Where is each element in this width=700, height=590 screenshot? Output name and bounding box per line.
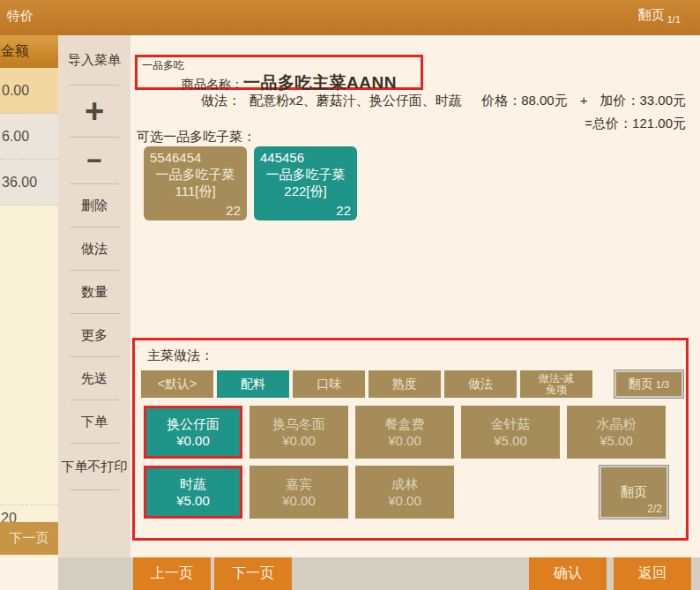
sub-dish-code: 5546454 bbox=[144, 146, 247, 165]
addon-price: 加价：33.00元 bbox=[599, 93, 686, 109]
plus-sign: + bbox=[580, 93, 588, 109]
sidebar-item-quantity[interactable]: 数量 bbox=[58, 271, 130, 313]
page-indicator: 2/2 bbox=[647, 503, 662, 515]
option-vegetables-selected[interactable]: 时蔬¥5.00 bbox=[144, 466, 242, 519]
option-crystal-noodle[interactable]: 水晶粉¥5.00 bbox=[567, 406, 666, 459]
amount-column-header: 金额 bbox=[0, 35, 58, 68]
option-noodle-swap-selected[interactable]: 换公仔面¥0.00 bbox=[144, 406, 242, 459]
page-indicator: 1/3 bbox=[656, 379, 669, 390]
method-label: 做法： bbox=[201, 93, 241, 108]
page-flip-label: 翻页 bbox=[629, 377, 653, 392]
confirm-button[interactable]: 确认 bbox=[529, 557, 607, 590]
sub-dish-name: 一品多吃子菜 bbox=[144, 167, 247, 182]
sidebar-item-import-menu[interactable]: 导入菜单 bbox=[58, 35, 130, 85]
top-bar: 特价 翻页1/1 bbox=[0, 0, 700, 35]
amount-column: 金额 0.00 6.00 36.00 20 .20 bbox=[0, 35, 58, 557]
plus-icon[interactable]: + bbox=[58, 86, 130, 137]
product-name-label: 商品名称： bbox=[182, 77, 243, 93]
sidebar-item-order-no-print[interactable]: 下单不打印 bbox=[58, 444, 130, 489]
amount-column-filler: 20 .20 bbox=[0, 205, 58, 557]
amount-next-page-button[interactable]: 下一页 bbox=[0, 522, 58, 555]
bottom-bar: 上一页 下一页 确认 返回 bbox=[58, 557, 700, 590]
sub-dish-section-label: 可选一品多吃子菜： bbox=[137, 129, 256, 146]
sub-dish-count-badge: 22 bbox=[226, 203, 241, 218]
method-panel-label: 主菜做法： bbox=[147, 347, 213, 364]
method-value: 配意粉x2、蘑菇汁、换公仔面、时蔬 bbox=[249, 93, 462, 108]
action-sidebar: 导入菜单 + − 删除 做法 数量 更多 先送 下单 下单不打印 bbox=[58, 35, 130, 557]
tab-doneness[interactable]: 熟度 bbox=[369, 370, 441, 398]
sidebar-item-more[interactable]: 更多 bbox=[58, 314, 130, 356]
next-page-button[interactable]: 下一页 bbox=[214, 557, 292, 590]
product-name-line: 商品名称： 一品多吃主菜AANN bbox=[182, 71, 421, 94]
pos-screen: 特价 翻页1/1 金额 0.00 6.00 36.00 20 .20 下一页 导… bbox=[0, 0, 700, 590]
sidebar-divider bbox=[70, 489, 119, 490]
order-row-selected[interactable]: 0.00 bbox=[0, 68, 58, 114]
prev-page-button[interactable]: 上一页 bbox=[133, 557, 211, 590]
sub-dish-name: 一品多吃子菜 bbox=[254, 167, 357, 182]
option-box-fee[interactable]: 餐盒费¥0.00 bbox=[355, 406, 454, 459]
base-price: 价格：88.00元 bbox=[481, 93, 568, 109]
sub-dish-card[interactable]: 5546454 一品多吃子菜 111[份] 22 bbox=[144, 146, 247, 220]
amount-value: 6.00 bbox=[2, 129, 29, 145]
product-info-box: 一品多吃 商品名称： 一品多吃主菜AANN bbox=[135, 55, 423, 90]
method-panel: 主菜做法： <默认> 配料 口味 熟度 做法 做法-减免项 翻页1/3 换公仔面… bbox=[132, 338, 689, 541]
sub-dish-code: 445456 bbox=[254, 146, 357, 165]
price-line: 价格：88.00元 + 加价：33.00元 bbox=[481, 93, 686, 109]
option-chenglin[interactable]: 成林¥0.00 bbox=[355, 466, 454, 519]
tab-default[interactable]: <默认> bbox=[141, 370, 213, 398]
sub-dish-card-selected[interactable]: 445456 一品多吃子菜 222[份] 22 bbox=[254, 146, 357, 220]
sub-dish-name-2: 222[份] bbox=[254, 183, 357, 198]
special-price-label: 特价 bbox=[7, 8, 34, 25]
sub-dish-count-badge: 22 bbox=[336, 203, 351, 218]
option-enoki[interactable]: 金针菇¥5.00 bbox=[461, 406, 560, 459]
total-price: =总价：121.00元 bbox=[585, 116, 686, 132]
order-row[interactable]: 36.00 bbox=[0, 160, 58, 205]
sub-dish-name-2: 111[份] bbox=[144, 183, 247, 198]
minus-icon[interactable]: − bbox=[58, 138, 130, 183]
options-page-flip-button[interactable]: 翻页 2/2 bbox=[599, 466, 668, 519]
tab-method-discount[interactable]: 做法-减免项 bbox=[520, 370, 592, 398]
option-udon-swap[interactable]: 换乌冬面¥0.00 bbox=[249, 406, 348, 459]
main-panel: 一品多吃 商品名称： 一品多吃主菜AANN 做法：配意粉x2、蘑菇汁、换公仔面、… bbox=[130, 35, 700, 557]
page-indicator: 1/1 bbox=[667, 14, 681, 25]
current-method-line: 做法：配意粉x2、蘑菇汁、换公仔面、时蔬 bbox=[201, 93, 462, 109]
sidebar-item-method[interactable]: 做法 bbox=[58, 228, 130, 270]
tab-page-flip-button[interactable]: 翻页1/3 bbox=[614, 370, 683, 398]
page-flip-label: 翻页 bbox=[638, 7, 665, 22]
top-page-flip-button[interactable]: 翻页1/1 bbox=[638, 7, 681, 25]
sidebar-item-place-order[interactable]: 下单 bbox=[58, 400, 130, 443]
option-guest[interactable]: 嘉宾¥0.00 bbox=[249, 466, 348, 519]
order-row[interactable]: 6.00 bbox=[0, 114, 58, 160]
tab-flavor[interactable]: 口味 bbox=[293, 370, 365, 398]
tab-method[interactable]: 做法 bbox=[444, 370, 517, 398]
amount-value: 36.00 bbox=[2, 175, 37, 190]
product-name: 一品多吃主菜AANN bbox=[243, 71, 397, 94]
page-flip-label: 翻页 bbox=[621, 484, 647, 501]
amount-value: 0.00 bbox=[2, 83, 29, 99]
sidebar-item-send-first[interactable]: 先送 bbox=[58, 357, 130, 400]
tab-ingredients-selected[interactable]: 配料 bbox=[217, 370, 289, 398]
back-button[interactable]: 返回 bbox=[614, 557, 691, 590]
sidebar-item-delete[interactable]: 删除 bbox=[58, 184, 130, 227]
